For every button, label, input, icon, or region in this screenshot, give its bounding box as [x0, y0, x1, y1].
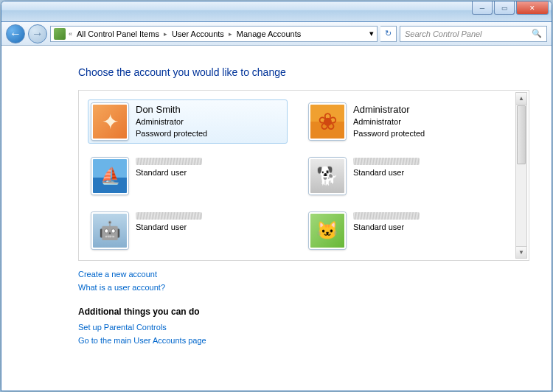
refresh-icon: ↻	[385, 29, 392, 38]
avatar	[309, 103, 346, 140]
minimize-button[interactable]: ─	[472, 1, 493, 15]
account-name: Don Smith	[136, 103, 207, 116]
parental-controls-label: Set up Parental Controls	[78, 323, 167, 332]
breadcrumb[interactable]: « All Control Panel Items ▸ User Account…	[50, 26, 378, 42]
maximize-button[interactable]: ▭	[494, 1, 515, 15]
titlebar: ─ ▭ ✕	[1, 1, 552, 22]
account-item[interactable]: Standard user	[88, 154, 288, 198]
account-item[interactable]: Administrator Administrator Password pro…	[305, 99, 505, 144]
breadcrumb-item[interactable]: Manage Accounts	[235, 29, 302, 38]
refresh-button[interactable]: ↻	[380, 26, 397, 42]
account-info: Standard user	[136, 158, 202, 178]
page-title: Choose the account you would like to cha…	[78, 66, 529, 78]
avatar	[309, 212, 346, 249]
account-info: Standard user	[353, 212, 420, 233]
account-info: Standard user	[136, 212, 202, 233]
control-panel-icon	[54, 28, 66, 40]
account-info: Don Smith Administrator Password protect…	[136, 103, 207, 139]
account-item[interactable]: Standard user	[305, 154, 505, 198]
account-role: Standard user	[136, 222, 202, 233]
avatar	[91, 103, 128, 140]
search-placeholder: Search Control Panel	[405, 29, 482, 38]
account-info: Standard user	[353, 158, 420, 178]
search-icon: 🔍	[532, 29, 542, 38]
account-item[interactable]: Standard user	[305, 209, 505, 253]
main-accounts-link[interactable]: Go to the main User Accounts page	[78, 336, 529, 345]
scrollbar[interactable]: ▲ ▼	[515, 92, 527, 259]
account-status: Password protected	[136, 128, 207, 139]
avatar	[309, 158, 346, 195]
address-bar: ← → « All Control Panel Items ▸ User Acc…	[1, 22, 552, 46]
account-name: Administrator	[353, 103, 425, 116]
parental-controls-link[interactable]: Set up Parental Controls	[78, 323, 529, 332]
chevron-down-icon: ▾	[369, 29, 374, 38]
what-is-account-link[interactable]: What is a user account?	[78, 283, 529, 292]
account-name-redacted	[136, 212, 202, 220]
close-button[interactable]: ✕	[516, 1, 549, 15]
account-role: Standard user	[353, 222, 420, 233]
forward-button[interactable]: →	[28, 24, 47, 43]
account-role: Standard user	[136, 167, 202, 178]
chevron-right-icon: ▸	[229, 30, 232, 38]
search-input[interactable]: Search Control Panel 🔍	[400, 26, 547, 42]
account-name-redacted	[136, 158, 202, 165]
breadcrumb-item[interactable]: All Control Panel Items	[75, 29, 161, 38]
breadcrumb-dropdown[interactable]: ▾	[369, 29, 374, 38]
chevron-right-icon: ▸	[164, 30, 167, 38]
account-name-redacted	[353, 212, 420, 220]
content-area: Choose the account you would like to cha…	[1, 46, 552, 391]
arrow-right-icon: →	[32, 27, 44, 41]
back-button[interactable]: ←	[6, 24, 25, 43]
account-name-redacted	[353, 158, 420, 165]
accounts-panel: Don Smith Administrator Password protect…	[78, 90, 529, 261]
window-controls: ─ ▭ ✕	[472, 1, 549, 15]
account-status: Password protected	[353, 128, 425, 139]
avatar	[91, 158, 128, 195]
scroll-thumb[interactable]	[517, 105, 526, 164]
account-role: Administrator	[353, 116, 425, 127]
additional-heading: Additional things you can do	[78, 307, 529, 317]
create-account-link[interactable]: Create a new account	[78, 270, 529, 279]
arrow-left-icon: ←	[10, 27, 21, 41]
window: ─ ▭ ✕ ← → « All Control Panel Items ▸ Us…	[1, 1, 552, 391]
account-item[interactable]: Standard user	[88, 209, 288, 253]
chevron-left-icon: «	[69, 30, 72, 38]
scroll-up-button[interactable]: ▲	[516, 93, 526, 105]
scroll-down-button[interactable]: ▼	[516, 246, 526, 258]
accounts-grid: Don Smith Administrator Password protect…	[88, 99, 520, 253]
account-item[interactable]: Don Smith Administrator Password protect…	[88, 99, 288, 144]
account-role: Standard user	[353, 167, 420, 178]
avatar	[91, 212, 128, 249]
links-section: Create a new account What is a user acco…	[78, 270, 529, 345]
breadcrumb-item[interactable]: User Accounts	[170, 29, 226, 38]
account-info: Administrator Administrator Password pro…	[353, 103, 425, 139]
account-role: Administrator	[136, 116, 207, 127]
